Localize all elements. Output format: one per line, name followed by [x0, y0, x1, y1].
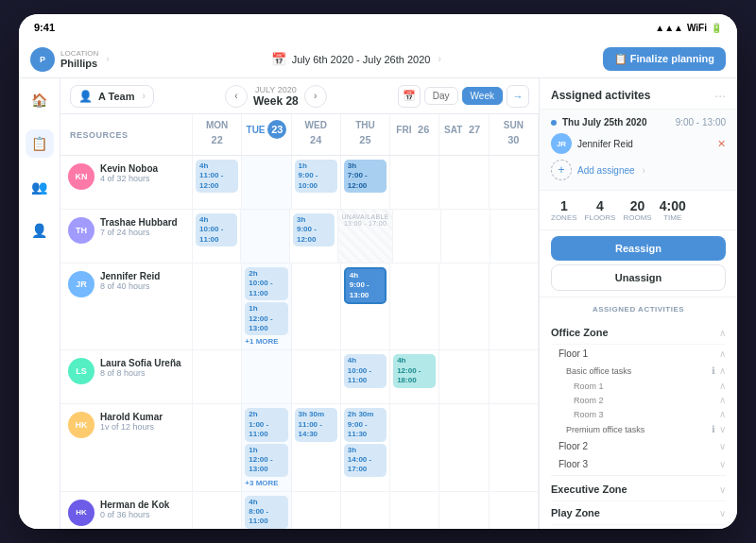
day-cell[interactable]: 2h1:00 - 11:00 1h12:00 - 13:00 +3 MORE [242, 404, 291, 490]
unassign-button[interactable]: Unassign [551, 264, 726, 291]
task-block[interactable]: 4h11:00 - 12:00 [196, 160, 238, 193]
floor-item-2[interactable]: Floor 2 ∨ [551, 437, 726, 455]
task-item-premium[interactable]: Premium office tasks ℹ ∨ [551, 421, 726, 437]
task-block-selected[interactable]: 4h9:00 - 13:00 [344, 267, 387, 304]
sidebar-icon-groups[interactable]: 👥 [26, 173, 54, 201]
task-block[interactable]: 3h9:00 - 12:00 [293, 213, 335, 246]
day-cell[interactable]: 4h8:00 - 11:00 [242, 492, 291, 529]
day-cell[interactable] [242, 350, 291, 403]
day-cell[interactable] [292, 350, 341, 403]
day-cell[interactable] [242, 156, 291, 209]
task-block[interactable]: 2h1:00 - 11:00 [245, 408, 287, 441]
resource-laura: LS Laura Sofia Ureña 8 of 8 hours [60, 350, 193, 403]
task-block[interactable]: 4h8:00 - 11:00 [245, 496, 287, 529]
day-cell[interactable] [490, 350, 539, 403]
week-view-button[interactable]: Week [462, 87, 503, 105]
task-block[interactable]: 2h10:00 - 11:00 [245, 267, 287, 300]
day-cell[interactable]: 2h10:00 - 11:00 1h12:00 - 13:00 +1 MORE [242, 263, 291, 349]
day-cell[interactable] [341, 492, 390, 529]
task-block[interactable]: 3h14:00 - 17:00 [344, 444, 387, 477]
day-cell[interactable]: 3h9:00 - 12:00 [290, 210, 338, 263]
day-cell[interactable] [439, 492, 489, 529]
day-cell[interactable] [390, 156, 439, 209]
next-week-button[interactable]: › [304, 85, 327, 108]
zone-item-office[interactable]: Office Zone ∧ [551, 321, 726, 345]
day-cell[interactable] [490, 492, 539, 529]
task-item-basic[interactable]: Basic office tasks ℹ ∧ [551, 363, 726, 379]
day-cell[interactable] [292, 263, 341, 349]
action-buttons: Reassign Unassign [540, 230, 737, 297]
day-cell[interactable] [241, 210, 289, 263]
date-row: Thu July 25th 2020 9:00 - 13:00 [551, 117, 726, 127]
day-cell[interactable] [193, 404, 242, 490]
day-cell[interactable]: 3h 30m11:00 - 14:30 [292, 404, 341, 490]
day-cell[interactable] [439, 350, 489, 403]
task-block[interactable]: 1h12:00 - 13:00 [245, 444, 287, 477]
team-selector[interactable]: 👤 A Team › [70, 85, 154, 108]
calendar-view-icon-button[interactable]: 📅 [398, 85, 421, 108]
day-cell[interactable]: 4h11:00 - 12:00 [193, 156, 242, 209]
location-selector[interactable]: P LOCATION Phillips › [30, 47, 110, 72]
day-cell[interactable] [490, 263, 539, 349]
day-cell[interactable] [390, 263, 439, 349]
floor-item-3[interactable]: Floor 3 ∨ [551, 455, 726, 473]
task-block[interactable]: 4h12:00 - 18:00 [393, 354, 436, 387]
day-cell[interactable] [292, 492, 341, 529]
day-cell[interactable] [390, 492, 439, 529]
prev-week-button[interactable]: ‹ [225, 85, 248, 108]
task-block[interactable]: 1h12:00 - 13:00 [245, 302, 287, 335]
grid-header: RESOURCES MON 22 TUE 23 WED 24 THU 25 FR… [60, 114, 539, 156]
next-nav-button[interactable]: → [507, 85, 529, 108]
zone-name: Office Zone [551, 327, 609, 338]
task-block[interactable]: 1h9:00 - 10:00 [295, 160, 337, 193]
day-cell[interactable] [490, 404, 539, 490]
day-cell[interactable]: 1h9:00 - 10:00 [292, 156, 341, 209]
task-block[interactable]: 4h10:00 - 11:00 [196, 213, 237, 246]
day-cell[interactable] [439, 156, 489, 209]
task-block[interactable]: 2h 30m9:00 - 11:30 [344, 408, 387, 441]
assignee-avatar: JR [551, 133, 572, 154]
room-chevron-icon: ∧ [719, 395, 726, 405]
resource-info: Herman de Kok 0 of 36 hours [100, 500, 169, 519]
day-cell[interactable]: 2h 30m9:00 - 11:30 3h14:00 - 17:00 [341, 404, 390, 490]
stat-time: 4:00 TIME [660, 198, 686, 222]
day-cell[interactable] [439, 404, 489, 490]
day-cell[interactable] [390, 404, 439, 490]
day-cell[interactable] [490, 156, 539, 209]
task-block[interactable]: 3h7:00 - 12:00 [344, 160, 387, 193]
day-cell[interactable] [193, 263, 242, 349]
avatar: JR [68, 271, 94, 297]
add-assignee-row[interactable]: + Add assignee › [551, 158, 726, 182]
panel-menu-icon[interactable]: ··· [714, 88, 726, 103]
day-cell[interactable] [193, 492, 242, 529]
day-cell[interactable]: 4h10:00 - 11:00 [193, 210, 241, 263]
task-block[interactable]: 3h 30m11:00 - 14:30 [295, 408, 337, 441]
day-cell[interactable] [193, 350, 242, 403]
day-cell[interactable]: 3h7:00 - 12:00 [341, 156, 390, 209]
floor-item-1[interactable]: Floor 1 ∧ [551, 345, 726, 363]
floor-chevron-icon: ∨ [719, 441, 726, 451]
day-cell[interactable]: 4h9:00 - 13:00 [341, 263, 390, 349]
day-cell[interactable] [393, 210, 441, 263]
sidebar-icon-person[interactable]: 👤 [26, 216, 54, 245]
finalize-planning-button[interactable]: 📋 Finalize planning [603, 47, 726, 71]
sidebar-icon-calendar[interactable]: 📋 [26, 129, 54, 158]
zone-item-play[interactable]: Play Zone ∨ [551, 501, 726, 525]
period-selector[interactable]: 📅 July 6th 2020 - July 26th 2020 › [271, 52, 441, 66]
zone-item-executive[interactable]: Executive Zone ∨ [551, 478, 726, 501]
more-tasks-label[interactable]: +1 MORE [245, 337, 287, 346]
time-range: 9:00 - 13:00 [676, 117, 726, 127]
reassign-button[interactable]: Reassign [551, 236, 726, 261]
task-block[interactable]: 4h10:00 - 11:00 [344, 354, 387, 387]
resource-kevin: KN Kevin Noboa 4 of 32 hours [60, 156, 193, 209]
day-cell[interactable] [439, 263, 489, 349]
day-cell[interactable] [490, 210, 539, 263]
more-tasks-label[interactable]: +3 MORE [245, 479, 287, 487]
day-cell[interactable]: 4h10:00 - 11:00 [341, 350, 390, 403]
day-cell[interactable] [441, 210, 490, 263]
task-name: Premium office tasks [566, 425, 644, 434]
day-view-button[interactable]: Day [424, 87, 458, 105]
sidebar-icon-home[interactable]: 🏠 [26, 86, 54, 114]
remove-assignee-button[interactable]: ✕ [717, 138, 726, 150]
day-cell[interactable]: 4h12:00 - 18:00 [390, 350, 439, 403]
